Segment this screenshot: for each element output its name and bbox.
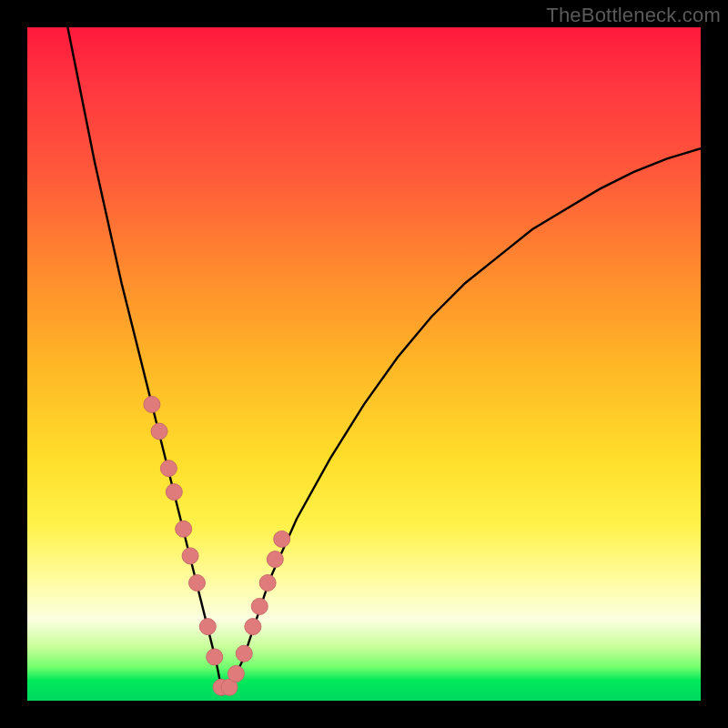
curve-markers xyxy=(27,27,701,701)
plot-area xyxy=(27,27,701,701)
data-marker xyxy=(259,575,276,592)
data-marker xyxy=(182,548,198,564)
chart-frame: TheBottleneck.com xyxy=(0,0,728,728)
data-marker xyxy=(176,521,192,537)
data-marker xyxy=(188,575,205,592)
data-marker xyxy=(236,645,252,662)
data-marker xyxy=(166,484,182,500)
data-marker xyxy=(144,396,160,412)
data-marker xyxy=(274,531,290,547)
data-marker xyxy=(245,619,261,635)
data-marker xyxy=(160,460,177,477)
data-marker xyxy=(251,598,268,614)
watermark-text: TheBottleneck.com xyxy=(546,4,721,27)
data-marker xyxy=(199,619,216,635)
data-marker xyxy=(228,665,244,682)
data-marker xyxy=(151,423,167,440)
data-marker xyxy=(267,551,283,568)
data-marker xyxy=(207,649,223,665)
